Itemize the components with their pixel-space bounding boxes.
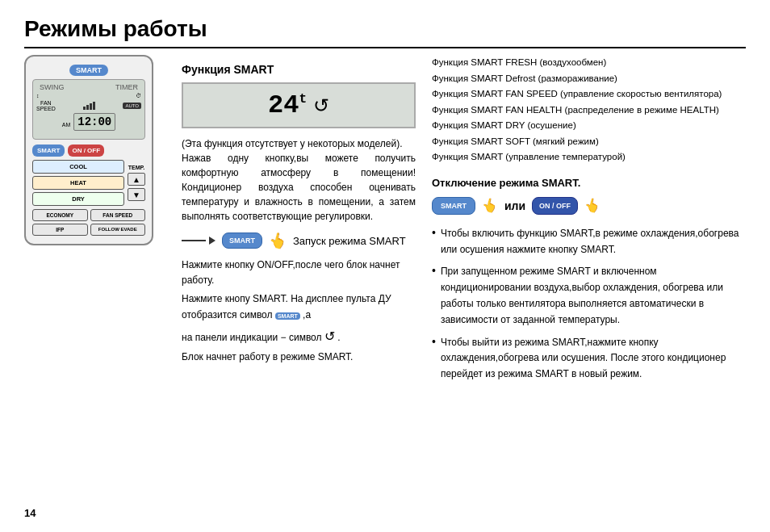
intro-text: (Эта функция отсутствует у некоторых мод… xyxy=(182,136,416,224)
launch-text: Запуск режима SMART xyxy=(293,235,406,247)
arrow-line xyxy=(182,240,206,241)
feature-item-6: Функция SMART SOFT (мягкий режим) xyxy=(432,134,746,150)
smart-off-onoff-btn[interactable]: ON / OFF xyxy=(532,197,578,215)
feature-list: Функция SMART FRESH (воздухообмен) Функц… xyxy=(432,55,746,165)
bullet-list: • Чтобы включить функцию SMART,в режиме … xyxy=(432,226,746,383)
remote-display-right-label: TIMER xyxy=(115,83,138,91)
step-2: Нажмите кнопу SMART. На дисплее пульта Д… xyxy=(182,291,416,322)
display-panel: 24t ↺ xyxy=(182,82,416,128)
remote-display-left-label: SWING xyxy=(40,83,65,91)
feature-item-5: Функция SMART DRY (осушение) xyxy=(432,118,746,134)
panel-symbol: ↺ xyxy=(324,329,335,343)
remote-economy-btn[interactable]: ECONOMY xyxy=(32,209,88,221)
remote-smart-onoff-row: SMART ON / OFF xyxy=(32,145,145,157)
remote-fan-label: FANSPEED xyxy=(36,100,56,111)
page-title: Режимы работы xyxy=(24,16,746,48)
right-column: Функция SMART FRESH (воздухообмен) Функц… xyxy=(432,55,746,389)
bullet-item-1: • Чтобы включить функцию SMART,в режиме … xyxy=(432,226,746,258)
smart-off-title: Отключение режима SMART. xyxy=(432,177,746,189)
remote-ifp-btn[interactable]: IFP xyxy=(32,224,88,236)
bullet-item-2: • При запущенном режиме SMART и включенн… xyxy=(432,264,746,328)
step-3: на панели индикации − символ ↺ . xyxy=(182,326,416,347)
remote-temp-label: TEMP. xyxy=(128,165,145,170)
smart-symbol-display: SMART xyxy=(275,312,300,320)
remote-onoff-btn[interactable]: ON / OFF xyxy=(68,145,104,157)
remote-am-label: AM xyxy=(62,122,71,128)
remote-control-column: SMART SWING TIMER ↕ ⏱ FANSPEED xyxy=(24,55,165,389)
remote-display-area: SWING TIMER ↕ ⏱ FANSPEED AUTO xyxy=(32,79,145,140)
remote-timer-icon: ⏱ xyxy=(136,93,141,98)
arrow-head xyxy=(209,237,216,245)
remote-dry-btn[interactable]: DRY xyxy=(32,192,124,206)
bullet-item-3: • Чтобы выйти из режима SMART,нажмите кн… xyxy=(432,335,746,383)
cursor-hand-icon: 👆 xyxy=(267,230,289,252)
remote-bottom-buttons: ECONOMY FAN SPEED IFP FOLLOW EVADE xyxy=(32,209,145,236)
display-mode-symbol: ↺ xyxy=(313,94,329,117)
smart-off-cursor-icon: 👆 xyxy=(480,196,500,216)
onoff-cursor-icon: 👆 xyxy=(583,196,602,216)
remote-smart-btn[interactable]: SMART xyxy=(32,145,65,157)
steps-text: Нажмите кнопку ON/OFF,после чего блок на… xyxy=(182,258,416,366)
display-temp: 24t xyxy=(268,90,307,120)
remote-swing-icon: ↕ xyxy=(36,93,40,98)
smart-function-title: Функция SMART xyxy=(182,63,416,76)
feature-item-3: Функция SMART FAN SPEED (управление скор… xyxy=(432,86,746,103)
remote-fan-speed-btn[interactable]: FAN SPEED xyxy=(90,209,146,221)
remote-cool-btn[interactable]: COOL xyxy=(32,160,124,174)
display-degree: t xyxy=(299,92,307,107)
feature-item-4: Функция SMART FAN HEALTH (распределение … xyxy=(432,103,746,119)
remote-control: SMART SWING TIMER ↕ ⏱ FANSPEED xyxy=(24,55,153,245)
remote-time-display: 12:00 xyxy=(73,113,115,131)
smart-launch-btn[interactable]: SMART xyxy=(222,232,262,249)
remote-smart-top-btn[interactable]: SMART xyxy=(69,65,108,76)
step-4: Блок начнет работу в режиме SMART. xyxy=(182,350,416,365)
remote-temp-down-btn[interactable]: ▼ xyxy=(128,188,145,201)
ili-text: или xyxy=(504,199,525,212)
remote-auto-badge: AUTO xyxy=(123,103,141,109)
remote-heat-btn[interactable]: HEAT xyxy=(32,176,124,190)
smart-off-smart-btn[interactable]: SMART xyxy=(432,197,475,215)
page-number: 14 xyxy=(24,507,36,519)
feature-item-2: Функция SMART Defrost (размораживание) xyxy=(432,71,746,87)
remote-temp-up-btn[interactable]: ▲ xyxy=(128,173,145,186)
middle-column: Функция SMART 24t ↺ (Эта функция отсутст… xyxy=(182,55,416,389)
remote-fan-bars xyxy=(83,102,95,110)
feature-item-1: Функция SMART FRESH (воздухообмен) xyxy=(432,55,746,71)
step-1: Нажмите кнопку ON/OFF,после чего блок на… xyxy=(182,258,416,288)
remote-follow-evade-btn[interactable]: FOLLOW EVADE xyxy=(90,224,146,236)
feature-item-7: Функция SMART (управление температурой) xyxy=(432,149,746,165)
smart-off-row: SMART 👆 или ON / OFF 👆 xyxy=(432,197,746,215)
